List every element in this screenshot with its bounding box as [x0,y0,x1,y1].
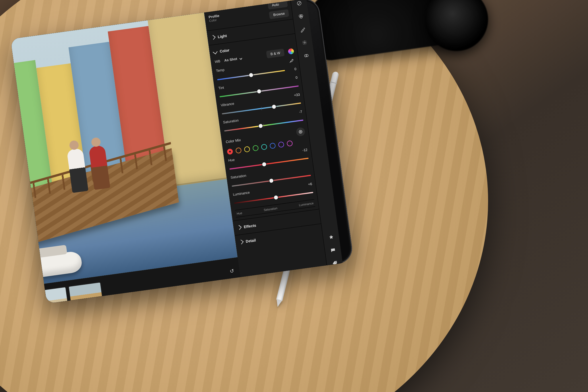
bw-toggle[interactable]: B & W [266,49,285,58]
swatch-purple[interactable] [278,141,285,148]
comments-icon[interactable] [329,246,337,254]
healing-brush-icon[interactable] [298,25,307,34]
chevron-right-icon [237,225,242,230]
chevron-right-icon [211,35,216,40]
masking-icon[interactable] [302,51,310,60]
swatch-orange[interactable] [235,147,242,154]
photo-canvas[interactable] [11,0,237,300]
wb-label: WB [214,59,220,64]
mix-sat-value [301,167,310,168]
tablet-device: ↺ EDIT [11,0,354,304]
section-detail-label: Detail [245,238,256,244]
mix-hue-value: -12 [299,148,308,153]
svg-point-4 [299,130,302,134]
chevron-right-icon [239,240,244,244]
wb-preset[interactable]: As Shot [224,56,242,62]
swatch-blue[interactable] [269,142,276,149]
swatch-red[interactable] [227,148,233,155]
svg-point-15 [305,54,308,57]
color-mix-label: Color Mix [225,138,241,144]
slider-tint-label: Tint [218,86,224,90]
svg-point-5 [300,131,301,132]
mix-lum-label: Luminance [233,190,250,197]
slider-temp-value: 0 [287,67,297,72]
mixer-tab-sat[interactable]: Saturation [264,206,278,211]
tone-curve-icon[interactable] [295,0,303,7]
section-color-label: Color [219,48,230,53]
slider-tint-value: 0 [289,76,298,81]
browse-profiles-button[interactable]: Browse [269,9,289,19]
mixer-tab-lum[interactable]: Luminance [299,201,314,207]
section-effects-label: Effects [243,223,256,229]
targeted-adjust-icon[interactable] [296,127,305,137]
mix-hue-label: Hue [228,158,235,163]
slider-saturation-value: -7 [293,110,303,115]
swatch-magenta[interactable] [287,140,293,147]
section-light-label: Light [217,33,227,39]
slider-saturation-label: Saturation [223,118,239,124]
eyedropper-icon[interactable] [287,56,295,65]
swatch-yellow[interactable] [244,146,250,153]
svg-point-13 [304,42,305,43]
reset-icon[interactable]: ↺ [229,268,235,275]
rate-star-icon[interactable] [327,233,335,241]
app-screen: ↺ EDIT [11,0,345,304]
chevron-down-icon [213,49,218,54]
slider-vibrance-label: Vibrance [220,101,235,107]
color-grading-icon[interactable] [297,12,305,20]
chevron-down-icon [239,57,242,60]
slider-vibrance-value: +33 [291,92,300,98]
mix-lum-value: +6 [303,182,312,187]
swatch-green[interactable] [252,145,259,151]
radial-filter-icon[interactable] [300,38,309,47]
slider-temp-label: Temp [216,68,225,73]
swatch-aqua[interactable] [261,144,268,150]
mixer-tab-hue[interactable]: Hue [237,211,243,215]
scene-background: ↺ EDIT [0,0,588,392]
tablet-bezel: ↺ EDIT [11,0,354,304]
color-wheel-icon[interactable] [288,48,294,55]
photo-canvas-area: ↺ [11,0,243,304]
mix-sat-label: Saturation [230,173,246,179]
